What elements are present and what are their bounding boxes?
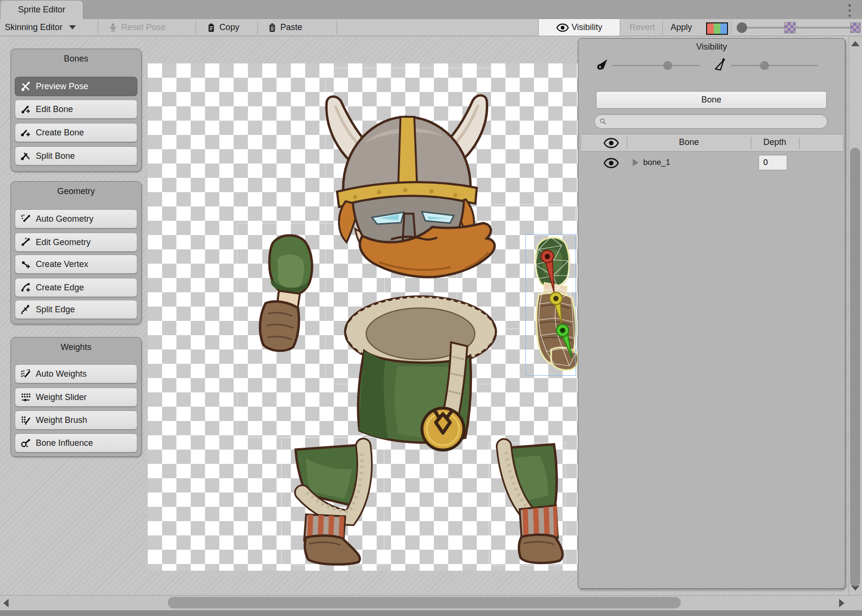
button-label: Create Vertex [36, 259, 88, 269]
sprite-alpha-slider-track[interactable] [796, 27, 850, 29]
preview-pose-icon [20, 81, 31, 92]
sprite-alpha-slider-handle[interactable] [737, 22, 747, 33]
copy-label: Copy [219, 22, 239, 32]
weight-slider-button[interactable]: Weight Slider [15, 388, 137, 407]
edit-geometry-button[interactable]: Edit Geometry [15, 233, 137, 252]
sprite-sheet-thumbnail-icon[interactable] [784, 22, 796, 33]
bone-influence-button[interactable]: Bone Influence [15, 433, 137, 452]
tab-label: Sprite Editor [18, 5, 65, 15]
bone-tab-button[interactable]: Bone [596, 91, 827, 109]
split-bone-icon [20, 150, 31, 162]
bone-column-header[interactable]: Bone [638, 137, 739, 147]
create-vertex-button[interactable]: Create Vertex [15, 255, 137, 274]
auto-geometry-icon [20, 213, 31, 225]
visibility-panel-title: Visibility [578, 42, 845, 52]
main-toolbar: Skinning Editor Reset Pose Copy [0, 19, 862, 36]
torso-sprite [345, 297, 496, 450]
weight-brush-icon [20, 414, 31, 426]
weight-slider-icon [20, 391, 31, 403]
window-bottom-edge [0, 610, 862, 616]
bone-influence-icon [20, 437, 31, 449]
button-label: Edit Bone [36, 104, 73, 114]
skinning-editor-dropdown[interactable]: Skinning Editor [1, 19, 80, 36]
create-edge-icon [20, 282, 31, 293]
geometry-panel: Geometry Auto Geometry Edit Geometry Cre… [10, 181, 142, 324]
edit-geometry-icon [20, 236, 31, 248]
arm-sprite-with-bones [535, 237, 578, 370]
visibility-panel: Visibility Bone Bone Depth [578, 38, 845, 589]
visibility-label: Visibility [572, 22, 603, 32]
revert-label: Revert [629, 22, 655, 32]
weight-brush-button[interactable]: Weight Brush [15, 411, 137, 430]
mesh-opacity-slider-handle[interactable] [760, 61, 769, 70]
depth-column-header[interactable]: Depth [753, 137, 797, 147]
button-label: Auto Geometry [36, 214, 93, 224]
depth-input[interactable] [759, 155, 787, 170]
paste-button[interactable]: Paste [263, 19, 306, 36]
scroll-left-arrow[interactable] [3, 599, 9, 607]
edit-bone-icon [20, 103, 31, 115]
tab-bar: Sprite Editor [0, 0, 862, 19]
bone-table-header: Bone Depth [581, 134, 843, 152]
mesh-opacity-slider-track[interactable] [731, 65, 818, 66]
weights-panel: Weights Auto Weights Weight Slider Weigh… [10, 337, 142, 457]
overflow-menu-icon[interactable] [846, 4, 853, 17]
button-label: Preview Pose [36, 82, 88, 92]
clipboard-icon [267, 22, 277, 33]
button-label: Weight Brush [36, 415, 87, 425]
create-bone-icon [20, 127, 31, 138]
auto-weights-button[interactable]: Auto Weights [15, 364, 137, 383]
bone-opacity-icon [596, 58, 609, 71]
edit-bone-button[interactable]: Edit Bone [15, 100, 137, 119]
geometry-panel-title: Geometry [11, 182, 141, 196]
preview-pose-button[interactable]: Preview Pose [15, 77, 137, 96]
paste-label: Paste [280, 22, 302, 32]
button-label: Split Edge [36, 305, 75, 315]
apply-button[interactable]: Apply [663, 19, 699, 36]
revert-button[interactable]: Revert [622, 19, 662, 36]
sprite-sheet-thumbnail-icon[interactable] [850, 22, 861, 33]
left-leg-sprite [296, 445, 365, 565]
button-label: Auto Weights [36, 369, 87, 379]
button-label: Bone Influence [36, 438, 93, 448]
search-input[interactable] [607, 117, 817, 125]
horizontal-scrollbar-thumb[interactable] [168, 597, 681, 608]
split-edge-icon [20, 304, 31, 315]
weights-panel-title: Weights [11, 338, 141, 352]
bone-opacity-slider-track[interactable] [612, 65, 700, 66]
skinning-editor-label: Skinning Editor [5, 22, 62, 32]
visibility-toggle-button[interactable]: Visibility [538, 19, 620, 36]
bone-search-field[interactable] [594, 114, 828, 129]
scroll-right-arrow[interactable] [839, 599, 844, 607]
tab-sprite-editor[interactable]: Sprite Editor [0, 0, 83, 19]
button-label: Create Bone [36, 128, 84, 138]
head-sprite [327, 95, 495, 277]
bones-panel: Bones Preview Pose Edit Bone Create Bone… [10, 49, 142, 172]
eye-icon[interactable] [604, 158, 619, 168]
bone-table-row[interactable]: bone_1 [581, 153, 843, 174]
split-edge-button[interactable]: Split Edge [15, 300, 137, 319]
bone-tab-label: Bone [701, 95, 721, 105]
split-bone-button[interactable]: Split Bone [15, 146, 137, 165]
create-bone-button[interactable]: Create Bone [15, 123, 137, 142]
bone-opacity-slider-handle[interactable] [663, 61, 672, 70]
mesh-opacity-icon [713, 58, 726, 71]
auto-geometry-button[interactable]: Auto Geometry [15, 209, 137, 228]
vertical-scrollbar-thumb[interactable] [850, 148, 860, 586]
create-edge-button[interactable]: Create Edge [15, 278, 137, 297]
button-label: Edit Geometry [36, 237, 91, 247]
copy-button[interactable]: Copy [202, 19, 243, 36]
reset-pose-label: Reset Pose [121, 22, 165, 32]
search-icon [599, 118, 607, 125]
bones-panel-title: Bones [11, 49, 141, 64]
chevron-down-icon [69, 25, 76, 30]
button-label: Split Bone [36, 151, 75, 161]
sprite-color-swatch-button[interactable] [706, 22, 728, 35]
reset-pose-button[interactable]: Reset Pose [104, 19, 169, 36]
mitten-sprite [260, 236, 312, 351]
scroll-up-arrow[interactable] [851, 41, 860, 46]
expander-triangle-icon[interactable] [633, 159, 638, 166]
eye-icon [556, 23, 569, 32]
sprite-alpha-slider-track[interactable] [745, 27, 784, 29]
eye-icon[interactable] [604, 138, 619, 148]
